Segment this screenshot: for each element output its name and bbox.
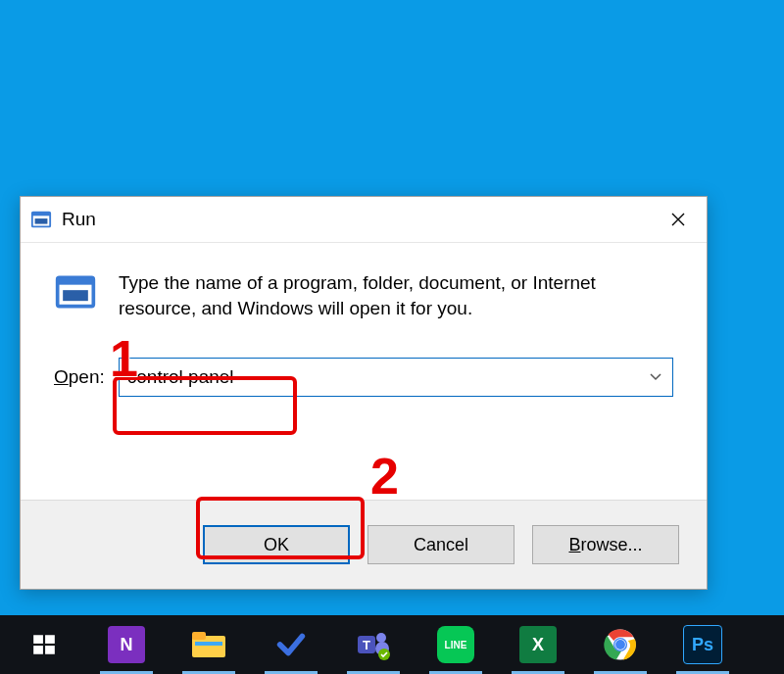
chrome-icon <box>604 628 637 661</box>
browse-button[interactable]: Browse... <box>532 525 679 564</box>
open-combobox[interactable] <box>119 358 673 397</box>
titlebar: Run <box>21 197 707 243</box>
svg-rect-8 <box>33 646 43 654</box>
svg-rect-2 <box>35 218 48 224</box>
onenote-icon: N <box>108 626 145 663</box>
button-bar: OK Cancel Browse... <box>21 500 707 589</box>
taskbar-line[interactable]: LINE <box>416 615 496 674</box>
taskbar-chrome[interactable] <box>580 615 661 674</box>
svg-rect-5 <box>63 290 88 301</box>
dialog-description: Type the name of a program, folder, docu… <box>119 270 673 320</box>
taskbar-photoshop[interactable]: Ps <box>662 615 743 674</box>
teams-icon: T <box>356 628 391 661</box>
svg-rect-6 <box>33 635 43 644</box>
taskbar: N T LINE X <box>0 615 784 674</box>
open-label: Open: <box>54 366 105 388</box>
excel-icon: X <box>519 626 557 663</box>
combobox-chevron-icon[interactable] <box>639 359 672 396</box>
close-button[interactable] <box>656 197 701 242</box>
svg-rect-9 <box>45 646 55 654</box>
taskbar-start[interactable] <box>4 615 84 674</box>
taskbar-onenote[interactable]: N <box>86 615 167 674</box>
ok-button[interactable]: OK <box>203 525 350 564</box>
cancel-button[interactable]: Cancel <box>368 525 514 564</box>
window-title: Run <box>62 209 96 230</box>
svg-text:T: T <box>363 638 370 652</box>
run-icon-large <box>54 270 97 313</box>
svg-rect-12 <box>195 642 222 646</box>
run-icon <box>30 209 52 230</box>
svg-point-21 <box>615 640 625 650</box>
dialog-body: Type the name of a program, folder, docu… <box>21 243 707 397</box>
svg-point-15 <box>376 633 386 643</box>
svg-rect-1 <box>32 213 50 217</box>
windows-logo-icon <box>31 632 57 657</box>
taskbar-excel[interactable]: X <box>498 615 578 674</box>
taskbar-file-explorer[interactable] <box>169 615 249 674</box>
svg-rect-4 <box>58 277 94 284</box>
line-icon: LINE <box>437 626 474 663</box>
taskbar-todo[interactable] <box>251 615 331 674</box>
taskbar-teams[interactable]: T <box>333 615 414 674</box>
svg-rect-11 <box>192 632 206 640</box>
file-explorer-icon <box>191 630 226 659</box>
photoshop-icon: Ps <box>683 625 722 664</box>
todo-icon <box>274 628 308 661</box>
svg-rect-7 <box>45 635 55 644</box>
run-dialog: Run Type the name of a program, folder, … <box>20 196 708 590</box>
open-input[interactable] <box>120 362 639 392</box>
